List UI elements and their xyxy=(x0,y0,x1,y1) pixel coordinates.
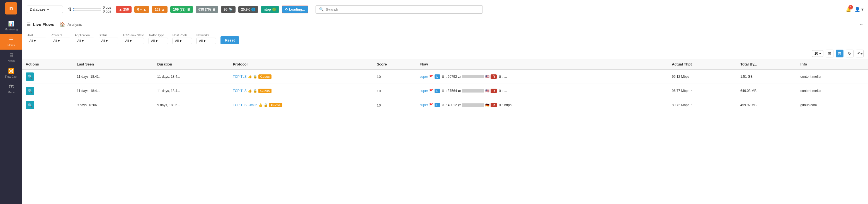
col-actual-thpt: Actual Thpt xyxy=(669,59,737,69)
view-toggle-button[interactable]: ⊟ xyxy=(836,49,843,58)
hamburger-icon[interactable]: ☰ xyxy=(27,22,31,27)
search-input[interactable] xyxy=(326,7,479,12)
table-row: 🔍 11 days, 18:41... 11 days, 18:4... TCP… xyxy=(22,69,868,84)
cell-total-by: 459.92 MB xyxy=(737,98,797,112)
breadcrumb-separator: | xyxy=(57,22,57,27)
asnets-count: 25.9K xyxy=(241,7,250,11)
thumbs-up-icon: 👍 xyxy=(248,75,252,78)
notifications-button[interactable]: 🔔 3 xyxy=(846,7,851,12)
protocol-link[interactable]: TCP:TLS xyxy=(233,75,246,78)
guess-badge: Guess xyxy=(269,103,282,107)
devices-badge[interactable]: 638 (76) 🖥 xyxy=(196,6,218,13)
sidebar-item-flow-exp[interactable]: 🔀 Flow Exp. › xyxy=(0,65,22,81)
protocol-link[interactable]: TCP:TLS.Github xyxy=(233,103,257,107)
sidebar-item-flows[interactable]: ☰ Flows › xyxy=(0,34,22,49)
sidebar-item-hosts[interactable]: 🖥 Hosts › xyxy=(0,49,22,65)
traffic-type-label: Traffic Type xyxy=(149,33,168,37)
sidebar-item-label: Flows xyxy=(7,44,15,47)
flows-count-badge[interactable]: 162 ▲ xyxy=(152,6,167,13)
eye-icon: 👁 xyxy=(857,51,861,56)
eye-button[interactable]: 👁 ▾ xyxy=(856,49,864,58)
col-score: Score xyxy=(373,59,416,69)
macs-badge[interactable]: 96 📡 xyxy=(221,6,236,13)
col-protocol: Protocol xyxy=(229,59,373,69)
device-icon: 🖥 xyxy=(212,7,215,11)
protocol-link[interactable]: TCP:TLS xyxy=(233,89,246,93)
tcp-chevron-icon: ▾ xyxy=(130,39,131,43)
reset-button[interactable]: Reset xyxy=(220,36,239,44)
columns-button[interactable]: ⊞ xyxy=(826,49,833,58)
flow-src-link[interactable]: super xyxy=(420,75,428,78)
asnets-badge[interactable]: 25.9K 🌐 xyxy=(238,6,258,13)
flow-src-link[interactable]: super xyxy=(420,103,428,107)
cell-protocol: TCP:TLS 👍 🔒 Guess xyxy=(229,69,373,84)
hosts-count: 109 (72) xyxy=(173,7,186,11)
flag-us-icon: 🇺🇸 xyxy=(485,89,490,93)
application-filter-select[interactable]: All ▾ xyxy=(75,38,94,44)
page-size-select[interactable]: 10 ▾ xyxy=(812,50,824,57)
flows-table-container: Actions Last Seen Duration Protocol Scor… xyxy=(22,59,868,204)
host-filter-label: Host xyxy=(27,33,46,37)
tcp-filter-select[interactable]: All ▾ xyxy=(123,38,144,44)
host-pools-select[interactable]: All ▾ xyxy=(173,38,192,44)
hosts-count-badge[interactable]: 109 (72) 🖥 xyxy=(170,6,193,13)
cell-score: 10 xyxy=(373,98,416,112)
traffic-bar-down xyxy=(73,10,101,10)
database-select[interactable]: Database ▾ xyxy=(27,6,63,13)
host-filter-select[interactable]: All ▾ xyxy=(27,38,46,44)
monitoring-icon: 📊 xyxy=(8,21,14,27)
refresh-icon: ↻ xyxy=(848,51,851,56)
application-filter-label: Application xyxy=(75,33,94,37)
alerts-badge[interactable]: ▲ 256 xyxy=(116,6,131,13)
inspect-button[interactable]: 🔍 xyxy=(26,101,34,109)
search-icon: 🔍 xyxy=(319,7,323,11)
ntop-status-icon: 🟢 xyxy=(272,7,276,11)
host-pools-chevron-icon: ▾ xyxy=(180,39,182,43)
page-size-value: 10 xyxy=(814,52,818,56)
loading-label: Loading... xyxy=(289,7,305,11)
macs-count: 96 xyxy=(224,7,227,11)
status-filter-select[interactable]: All ▾ xyxy=(99,38,118,44)
sidebar-item-maps[interactable]: 🗺 Maps › xyxy=(0,81,22,97)
home-icon[interactable]: 🏠 xyxy=(60,22,65,27)
chevron-icon: › xyxy=(22,40,22,43)
protocol-filter-select[interactable]: All ▾ xyxy=(51,38,70,44)
cell-last-seen: 9 days, 18:06... xyxy=(73,98,154,112)
user-menu-button[interactable]: 👤 ▾ xyxy=(855,7,864,12)
search-box[interactable]: 🔍 xyxy=(315,5,483,14)
cell-duration: 9 days, 18:06... xyxy=(154,98,229,112)
cell-flow: super 🚩 L 🖥 : 40012 ⇄ 🇩🇪 R 🖥 : htt xyxy=(416,98,669,112)
table-header-row: Actions Last Seen Duration Protocol Scor… xyxy=(22,59,868,69)
breadcrumb: ☰ Live Flows | 🏠 Analysis ← xyxy=(22,19,868,30)
back-arrow-icon[interactable]: ← xyxy=(859,22,864,27)
inspect-button[interactable]: 🔍 xyxy=(26,72,34,81)
subsection-link[interactable]: Analysis xyxy=(67,22,82,27)
chevron-icon: › xyxy=(22,25,22,27)
flows-icon: ☰ xyxy=(9,36,13,43)
alerts-count: 256 xyxy=(123,7,129,11)
host-pools-value: All xyxy=(175,39,179,43)
sidebar-item-label: Monitoring xyxy=(5,28,18,31)
cell-score: 10 xyxy=(373,69,416,84)
refresh-button[interactable]: ↻ xyxy=(846,49,854,58)
flag-icon: 🚩 xyxy=(429,103,433,107)
chevron-icon: › xyxy=(22,72,22,74)
dst-ip-blurred xyxy=(462,103,484,107)
application-filter: Application All ▾ xyxy=(75,33,94,44)
traffic-type-chevron-icon: ▾ xyxy=(156,39,157,43)
inspect-button[interactable]: 🔍 xyxy=(26,87,34,95)
flow-src-link[interactable]: super xyxy=(420,89,428,93)
dst-ip-blurred xyxy=(462,89,484,93)
src-device-icon: 🖥 xyxy=(441,89,444,93)
sidebar-item-monitoring[interactable]: 📊 Monitoring › xyxy=(0,18,22,34)
lock-icon: 🔒 xyxy=(253,89,257,93)
warnings-badge[interactable]: 6 ≡ ▲ xyxy=(134,6,149,13)
traffic-type-select[interactable]: All ▾ xyxy=(149,38,168,44)
host-filter: Host All ▾ xyxy=(27,33,46,44)
cell-actions: 🔍 xyxy=(22,69,73,84)
networks-select[interactable]: All ▾ xyxy=(196,38,216,44)
loading-badge[interactable]: ⟳ Loading... xyxy=(282,6,308,13)
cell-actual-thpt: 89.72 Mbps ↑ xyxy=(669,98,737,112)
ntop-badge[interactable]: ntop 🟢 xyxy=(261,6,279,13)
cell-info: content.mellar xyxy=(797,84,868,98)
